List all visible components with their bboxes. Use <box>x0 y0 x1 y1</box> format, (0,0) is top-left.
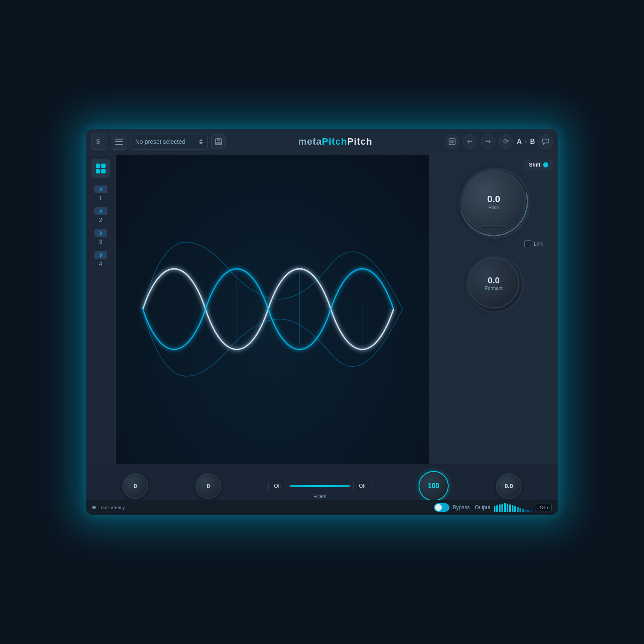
menu-icon[interactable] <box>111 134 127 150</box>
meter-bar <box>522 509 524 512</box>
output-gain-knob[interactable]: 0.0 <box>496 473 522 499</box>
soundtheory-icon[interactable]: S <box>91 134 107 150</box>
pitch-knob[interactable]: 0.0 Pitch <box>462 170 526 234</box>
drive-knob[interactable]: 0 <box>122 473 148 499</box>
voice-2-row: 0 2 <box>86 206 115 225</box>
voice-1-badge[interactable]: 0 <box>94 185 107 193</box>
status-bar: Low Latency Bypass Output -13.7 <box>86 500 558 515</box>
svg-rect-2 <box>115 141 123 142</box>
voice-3-num: 3 <box>99 238 103 245</box>
meter-bar <box>494 506 495 512</box>
meter-bar <box>514 506 516 512</box>
preset-name: No preset selected <box>135 138 196 145</box>
top-bar-right: ↩ ↪ ⟳ A > B <box>445 134 553 149</box>
lp-button[interactable]: Off <box>353 481 371 491</box>
meter-bar <box>496 505 498 512</box>
grid-icon <box>96 164 106 173</box>
meter-bar <box>517 507 519 512</box>
link-row: Link <box>524 240 543 247</box>
save-button[interactable] <box>211 134 226 149</box>
meter-bar <box>509 504 511 512</box>
plugin-window: S No preset selected <box>86 129 558 515</box>
loop-button[interactable]: ⟳ <box>499 134 513 149</box>
link-label: Link <box>534 241 543 247</box>
app-title: metaPitchPitch <box>229 136 441 147</box>
widener-value: 0 <box>207 483 210 489</box>
redo-button[interactable]: ↪ <box>481 134 495 149</box>
top-bar: S No preset selected <box>86 129 558 155</box>
filter-row: Off Off <box>268 481 371 491</box>
voice-grid-button[interactable] <box>91 159 110 178</box>
voice-2-badge[interactable]: 0 <box>94 207 107 215</box>
svg-rect-3 <box>115 144 123 145</box>
meter-bar <box>527 510 529 512</box>
svg-text:S: S <box>96 138 100 145</box>
meter-bar <box>519 508 521 512</box>
voice-4-row: 0 4 <box>86 249 115 269</box>
hp-button[interactable]: Off <box>268 481 286 491</box>
meter-bar <box>504 503 506 512</box>
bypass-label: Bypass <box>453 504 470 510</box>
shift-toggle-indicator <box>543 162 548 167</box>
mix-value: 100 <box>428 482 440 490</box>
filter-slider-fill <box>290 485 350 487</box>
svg-point-17 <box>467 256 523 312</box>
preset-arrow-down <box>199 142 203 144</box>
svg-rect-5 <box>217 139 220 141</box>
top-bar-left: S No preset selected <box>91 134 226 150</box>
waveform-display <box>116 155 429 464</box>
output-meter <box>494 503 532 512</box>
formant-knob[interactable]: 0.0 Formant <box>468 257 519 309</box>
ab-a[interactable]: A <box>517 138 522 146</box>
meter-bar <box>512 505 513 512</box>
app-title-meta: metaPitch <box>298 136 347 147</box>
ab-separator: > <box>524 139 527 145</box>
bypass-toggle[interactable] <box>434 503 450 512</box>
right-panel: Shift 0.0 Pitch Link <box>429 155 558 464</box>
ab-section: A > B <box>517 138 535 146</box>
voice-1-num: 1 <box>99 194 103 201</box>
filter-slider[interactable] <box>290 485 350 487</box>
comment-button[interactable] <box>538 134 553 149</box>
widener-knob[interactable]: 0 <box>195 473 221 499</box>
bypass-section: Bypass <box>434 503 470 512</box>
app-title-pitch: Pitch <box>347 136 373 147</box>
main-area: 0 1 0 2 0 3 0 4 <box>86 155 558 464</box>
low-latency-label: Low Latency <box>98 505 125 510</box>
voice-4-badge[interactable]: 0 <box>94 251 107 259</box>
meter-bar <box>499 504 501 512</box>
filters-label: Filters <box>313 494 326 499</box>
svg-point-16 <box>461 169 529 237</box>
meter-bar <box>501 504 503 512</box>
voice-1-row: 0 1 <box>86 184 115 203</box>
voice-4-num: 4 <box>99 260 103 267</box>
svg-rect-6 <box>216 142 221 144</box>
output-section: Output -13.7 <box>475 503 552 512</box>
preset-arrow-up <box>199 139 203 141</box>
filter-section: Off Off Filters <box>268 481 371 499</box>
left-sidebar: 0 1 0 2 0 3 0 4 <box>86 155 116 464</box>
meter-bar <box>507 504 508 512</box>
low-latency-section[interactable]: Low Latency <box>92 505 125 510</box>
capture-button[interactable] <box>445 134 459 149</box>
voice-2-num: 2 <box>99 216 103 223</box>
ab-b[interactable]: B <box>530 138 535 146</box>
meter-bar <box>530 510 532 512</box>
preset-selector[interactable]: No preset selected <box>131 134 208 150</box>
output-gain-value: 0.0 <box>504 483 513 489</box>
undo-button[interactable]: ↩ <box>463 134 477 149</box>
mix-knob[interactable]: 100 <box>419 471 449 501</box>
svg-rect-1 <box>115 139 123 140</box>
voice-3-row: 0 3 <box>86 228 115 247</box>
drive-value: 0 <box>134 483 137 489</box>
preset-arrows <box>199 139 203 144</box>
bypass-handle <box>435 504 442 511</box>
link-checkbox[interactable] <box>524 240 531 247</box>
low-latency-indicator <box>92 506 96 509</box>
output-db-value: -13.7 <box>535 504 552 511</box>
voice-3-badge[interactable]: 0 <box>94 229 107 237</box>
meter-bar <box>525 510 526 512</box>
output-label: Output <box>475 504 490 510</box>
pitch-knob-container: 0.0 Pitch <box>462 170 526 234</box>
svg-rect-8 <box>450 140 454 143</box>
